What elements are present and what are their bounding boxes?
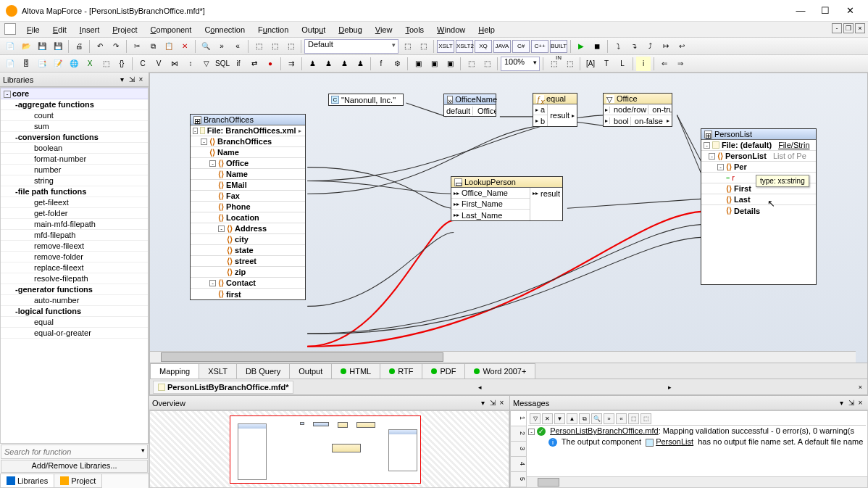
lib-fn-main-mfd-filepath[interactable]: main-mfd-filepath	[1, 219, 148, 230]
target-xslt[interactable]: XSLT	[437, 40, 454, 53]
minimize-button[interactable]: —	[788, 5, 813, 16]
back-button[interactable]: ⇐	[657, 57, 672, 71]
debug-step-out[interactable]: ⤴	[643, 39, 657, 54]
messages-menu-icon[interactable]: ▾	[837, 399, 846, 407]
lib-core[interactable]: -core	[1, 88, 148, 99]
lib-fn-resolve-filepath[interactable]: resolve-filepath	[1, 273, 148, 284]
autoconnect-2[interactable]: ♟	[321, 57, 335, 71]
debug-step-x[interactable]: ↩	[675, 39, 689, 54]
msg-prev[interactable]: ▲	[567, 413, 577, 424]
lib-fn-replace-fileext[interactable]: replace-fileext	[1, 262, 148, 273]
view-x2[interactable]: ⬚	[480, 57, 494, 71]
tool-x3[interactable]: ⬚	[283, 39, 298, 54]
office-onfalse[interactable]: on-false	[633, 117, 664, 125]
insert-edi[interactable]: 📑	[35, 57, 49, 71]
branch-row-first[interactable]: ⟨⟩first	[191, 289, 305, 299]
lib-fn-get-fileext[interactable]: get-fileext	[1, 197, 148, 208]
branch-row-location[interactable]: ⟨⟩Location	[191, 212, 305, 223]
msg-next[interactable]: ▼	[554, 413, 565, 424]
conn-copyall[interactable]: ⇉	[284, 57, 299, 71]
tab-rtf[interactable]: RTF	[380, 363, 422, 379]
msg-x1[interactable]: ⬚	[628, 413, 639, 424]
autoconnect-3[interactable]: ♟	[337, 57, 351, 71]
view-sel[interactable]: ⬚	[546, 57, 561, 71]
fn-settings[interactable]: ⚙	[390, 57, 404, 71]
stop-button[interactable]: ◼	[590, 39, 604, 54]
mapping-canvas[interactable]: C"Nanonull, Inc." »OfficeName defaultOff…	[149, 73, 868, 363]
library-search-input[interactable]	[1, 445, 147, 458]
close-button[interactable]: ✕	[838, 5, 862, 16]
msg-tab-5[interactable]: 5	[511, 472, 526, 487]
person-last[interactable]: ⟨⟩Last	[701, 194, 816, 205]
debug-step-over[interactable]: ⤵	[611, 39, 625, 54]
lib-fn-auto-number[interactable]: auto-number	[1, 295, 148, 306]
delete-button[interactable]: ✕	[178, 39, 192, 54]
library-search[interactable]	[1, 444, 148, 459]
target-builtin[interactable]: BUILT IN	[550, 40, 567, 53]
lib-fn-remove-folder[interactable]: remove-folder	[1, 252, 148, 262]
run-button[interactable]: ▶	[574, 39, 588, 54]
view-x1[interactable]: ⬚	[464, 57, 478, 71]
lib-fn-equal-or-greater[interactable]: equal-or-greater	[1, 328, 148, 339]
menu-component[interactable]: Component	[144, 25, 199, 34]
menu-output[interactable]: Output	[295, 25, 332, 34]
lib-fn-remove-fileext[interactable]: remove-fileext	[1, 241, 148, 252]
insert-json[interactable]: {}	[114, 57, 129, 71]
person-details[interactable]: ⟨⟩Details	[701, 205, 816, 216]
tool-x1[interactable]: ⬚	[251, 39, 266, 54]
insert-if[interactable]: if	[231, 57, 246, 71]
insert-db[interactable]: 🗄	[19, 57, 33, 71]
branch-row-contact[interactable]: -⟨⟩Contact	[191, 278, 305, 289]
msg-filter[interactable]: ▽	[530, 413, 541, 424]
msg-line-1[interactable]: - ✓ PersonListByBranchOffice.mfd: Mappin…	[528, 426, 866, 437]
doc-nav-next[interactable]: ▸	[666, 384, 674, 391]
lang-default-select[interactable]: Default	[304, 39, 398, 54]
tool-x2[interactable]: ⬚	[267, 39, 282, 54]
branch-row-office[interactable]: -⟨⟩Office	[191, 158, 305, 169]
autoconnect-4[interactable]: ♟	[353, 57, 367, 71]
equal-input-a[interactable]: ▸a	[533, 104, 547, 115]
msg-file-link[interactable]: PersonListByBranchOffice.mfd	[550, 426, 659, 435]
lib-group-conversion-functions[interactable]: -conversion functions	[1, 132, 148, 143]
insert-text[interactable]: 📝	[51, 57, 65, 71]
branch-row-address[interactable]: -⟨⟩Address	[191, 223, 305, 234]
node-office-filter[interactable]: ▽Office ▸node/rowon-true▸ ▸boolon-false▸	[603, 93, 672, 127]
overview-pin-icon[interactable]: ⇲	[488, 399, 497, 407]
libraries-tree[interactable]: -core -aggregate functionscountsum-conve…	[0, 87, 149, 444]
tool-x5[interactable]: ⬚	[416, 39, 430, 54]
mdi-minimize-button[interactable]: -	[832, 23, 842, 33]
msg-copy[interactable]: ⧉	[579, 413, 590, 424]
insert-exc[interactable]: ●	[263, 57, 277, 71]
tab-xslt[interactable]: XSLT	[199, 363, 237, 379]
menu-edit[interactable]: Edit	[46, 25, 73, 34]
tab-pdf[interactable]: PDF	[422, 363, 465, 379]
find-prev-button[interactable]: «	[230, 39, 245, 54]
insert-sort[interactable]: ↕	[183, 57, 198, 71]
person-file-row[interactable]: -File: (default) File/Strin	[701, 140, 816, 151]
menu-debug[interactable]: Debug	[332, 25, 368, 34]
node-personlist[interactable]: ⊞PersonList -File: (default) File/Strin …	[701, 128, 817, 285]
lib-fn-boolean[interactable]: boolean	[1, 143, 148, 154]
branch-row-fax[interactable]: ⟨⟩Fax	[191, 191, 305, 202]
target-java[interactable]: JAVA	[493, 40, 511, 53]
menu-project[interactable]: Project	[106, 25, 143, 34]
lib-fn-equal[interactable]: equal	[1, 317, 148, 328]
msg-line-2[interactable]: i The output component PersonList has no…	[528, 437, 866, 447]
lib-group-aggregate-functions[interactable]: -aggregate functions	[1, 99, 148, 110]
output-gen[interactable]: ▣	[411, 57, 425, 71]
insert-ws[interactable]: 🌐	[67, 57, 81, 71]
lib-fn-sum[interactable]: sum	[1, 121, 148, 132]
tab-word[interactable]: Word 2007+	[464, 363, 535, 379]
tab-mapping[interactable]: Mapping	[150, 363, 199, 379]
node-equal[interactable]: ƒxequal ▸a ▸b result▸	[533, 93, 577, 127]
lookup-officename[interactable]: ▸▸Office_Name	[451, 188, 530, 199]
msg-findnext[interactable]: »	[604, 413, 614, 424]
node-branchoffices[interactable]: ⊞BranchOffices -File: BranchOffices.xml▸…	[190, 114, 306, 300]
overview-close-icon[interactable]: ×	[497, 399, 506, 407]
branch-row-phone[interactable]: ⟨⟩Phone	[191, 202, 305, 212]
node-officename[interactable]: »OfficeName defaultOfficeName	[443, 94, 496, 117]
target-xq[interactable]: XQ	[475, 40, 492, 53]
lookup-lastname[interactable]: ▸▸Last_Name	[451, 210, 530, 220]
find-next-button[interactable]: »	[214, 39, 229, 54]
lib-fn-number[interactable]: number	[1, 165, 148, 175]
